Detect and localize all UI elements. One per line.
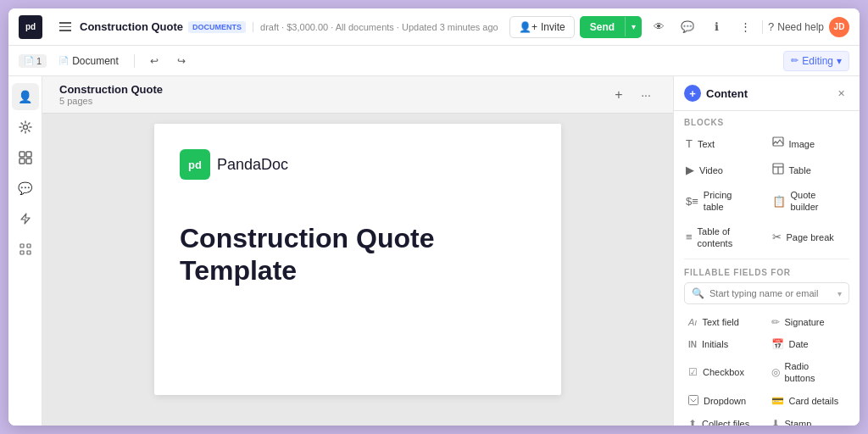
toolbar: 📄 1 📄 Document ↩ ↪ ✏ Editing ▾ bbox=[8, 46, 860, 76]
video-block-label: Video bbox=[699, 165, 723, 175]
text-block-label: Text bbox=[698, 139, 715, 149]
image-block-icon bbox=[772, 136, 784, 151]
text-field-icon: Aı bbox=[688, 317, 697, 327]
block-toc[interactable]: ≡ Table ofcontents bbox=[681, 220, 767, 256]
text-block-icon: T bbox=[686, 137, 693, 150]
more-options-button[interactable]: ⋮ bbox=[733, 15, 757, 39]
block-table[interactable]: Table bbox=[767, 157, 854, 183]
doc-pages: 5 pages bbox=[59, 96, 163, 106]
comment-button[interactable]: 💬 bbox=[676, 15, 699, 39]
sidebar-link-icon[interactable] bbox=[12, 144, 39, 171]
app-logo: pd bbox=[19, 15, 42, 39]
main-area: 👤 💬 Construction Quote 5 pages bbox=[8, 76, 860, 426]
fillable-search[interactable]: 🔍 ▾ bbox=[684, 282, 849, 304]
blocks-section-title: BLOCKS bbox=[674, 111, 860, 131]
info-button[interactable]: ℹ bbox=[704, 15, 728, 39]
user-avatar[interactable]: JD bbox=[829, 17, 849, 37]
sidebar-settings-icon[interactable] bbox=[12, 114, 39, 141]
svg-rect-8 bbox=[27, 251, 31, 254]
stamp-icon: ⬇ bbox=[771, 418, 780, 426]
fillable-card[interactable]: 💳 Card details bbox=[767, 390, 850, 413]
text-field-label: Text field bbox=[702, 317, 738, 327]
card-icon: 💳 bbox=[771, 395, 784, 407]
top-actions: 👤+ Invite Send ▾ 👁 💬 ℹ ⋮ ? Need help JD bbox=[509, 15, 849, 39]
block-image[interactable]: Image bbox=[767, 131, 854, 157]
sidebar-grid-icon[interactable] bbox=[12, 236, 39, 263]
send-label: Send bbox=[580, 16, 625, 38]
fillable-collect-files[interactable]: ⬆ Collect files bbox=[684, 413, 767, 426]
panel-close-button[interactable]: ✕ bbox=[832, 85, 849, 102]
page-break-label: Page break bbox=[787, 231, 834, 243]
redo-button[interactable]: ↪ bbox=[170, 50, 192, 72]
doc-logo-icon: pd bbox=[180, 149, 210, 180]
invite-button[interactable]: 👤+ Invite bbox=[509, 16, 575, 38]
checkbox-icon: ☑ bbox=[688, 366, 698, 378]
logo-area: pd bbox=[19, 15, 49, 39]
send-dropdown-arrow[interactable]: ▾ bbox=[625, 17, 642, 36]
editing-button[interactable]: ✏ Editing ▾ bbox=[783, 51, 849, 71]
right-panel: + Content ✕ BLOCKS T Text Image bbox=[673, 76, 860, 426]
pricing-table-label: Pricingtable bbox=[704, 189, 732, 214]
fillable-initials[interactable]: IN Initials bbox=[684, 333, 767, 355]
block-page-break[interactable]: ✂ Page break bbox=[767, 220, 854, 256]
block-text[interactable]: T Text bbox=[681, 131, 767, 157]
pricing-table-icon: $≡ bbox=[686, 195, 698, 208]
panel-title: Content bbox=[706, 87, 748, 100]
fillable-text-field[interactable]: Aı Text field bbox=[684, 311, 767, 333]
table-block-label: Table bbox=[789, 165, 811, 175]
initials-icon: IN bbox=[688, 340, 697, 349]
signature-label: Signature bbox=[785, 317, 825, 327]
fillable-radio[interactable]: ◎ Radiobuttons bbox=[767, 355, 850, 390]
block-pricing-table[interactable]: $≡ Pricingtable bbox=[681, 183, 767, 220]
initials-label: Initials bbox=[702, 339, 728, 349]
fillable-grid: Aı Text field ✏ Signature IN Initials bbox=[684, 311, 849, 426]
svg-rect-2 bbox=[26, 152, 31, 157]
menu-button[interactable] bbox=[56, 19, 73, 35]
signature-icon: ✏ bbox=[771, 316, 780, 328]
fillable-date[interactable]: 📅 Date bbox=[767, 333, 850, 355]
quote-builder-icon: 📋 bbox=[772, 195, 786, 208]
search-dropdown-icon[interactable]: ▾ bbox=[837, 289, 842, 298]
dropdown-label: Dropdown bbox=[704, 396, 746, 406]
svg-rect-13 bbox=[689, 395, 698, 404]
sidebar-comment-icon[interactable]: 💬 bbox=[12, 175, 39, 202]
blocks-grid: T Text Image ▶ Video bbox=[674, 131, 860, 255]
dropdown-icon bbox=[688, 395, 698, 408]
search-input[interactable] bbox=[709, 288, 832, 298]
doc-header-bar: Construction Quote 5 pages + ··· bbox=[42, 76, 673, 114]
sidebar-lightning-icon[interactable] bbox=[12, 205, 39, 232]
add-content-button[interactable]: + bbox=[684, 85, 701, 102]
doc-header-actions: + ··· bbox=[609, 85, 656, 105]
fillable-checkbox[interactable]: ☑ Checkbox bbox=[684, 355, 767, 390]
more-actions-button[interactable]: ··· bbox=[636, 85, 656, 105]
date-label: Date bbox=[789, 339, 809, 349]
block-quote-builder[interactable]: 📋 Quotebuilder bbox=[767, 183, 854, 220]
svg-rect-5 bbox=[20, 244, 24, 248]
add-page-button[interactable]: + bbox=[609, 85, 629, 105]
toc-icon: ≡ bbox=[686, 231, 693, 243]
sidebar-people-icon[interactable]: 👤 bbox=[12, 83, 39, 110]
doc-page: pd PandaDoc Construction Quote Template bbox=[154, 124, 561, 395]
radio-icon: ◎ bbox=[771, 366, 780, 378]
image-block-label: Image bbox=[789, 139, 815, 149]
fillable-stamp[interactable]: ⬇ Stamp bbox=[767, 413, 850, 426]
doc-logo-area: pd PandaDoc bbox=[180, 149, 536, 180]
block-video[interactable]: ▶ Video bbox=[681, 157, 767, 183]
quote-builder-label: Quotebuilder bbox=[791, 189, 819, 214]
need-help-button[interactable]: ? Need help bbox=[768, 20, 824, 33]
date-icon: 📅 bbox=[771, 338, 784, 350]
radio-label: Radiobuttons bbox=[785, 360, 815, 385]
view-button[interactable]: 👁 bbox=[647, 15, 670, 39]
fillable-section-title: FILLABLE FIELDS FOR bbox=[684, 268, 849, 277]
send-button[interactable]: Send ▾ bbox=[580, 16, 642, 38]
doc-main-title: Construction Quote Template bbox=[180, 222, 536, 287]
doc-area: Construction Quote 5 pages + ··· pd Pand… bbox=[42, 76, 673, 426]
toc-label: Table ofcontents bbox=[698, 225, 733, 250]
document-btn[interactable]: 📄 Document bbox=[52, 52, 125, 70]
undo-button[interactable]: ↩ bbox=[143, 50, 165, 72]
fillable-signature[interactable]: ✏ Signature bbox=[767, 311, 850, 333]
doc-badge: DOCUMENTS bbox=[188, 21, 246, 33]
stamp-label: Stamp bbox=[785, 419, 812, 426]
checkbox-label: Checkbox bbox=[703, 367, 744, 377]
fillable-dropdown[interactable]: Dropdown bbox=[684, 390, 767, 413]
